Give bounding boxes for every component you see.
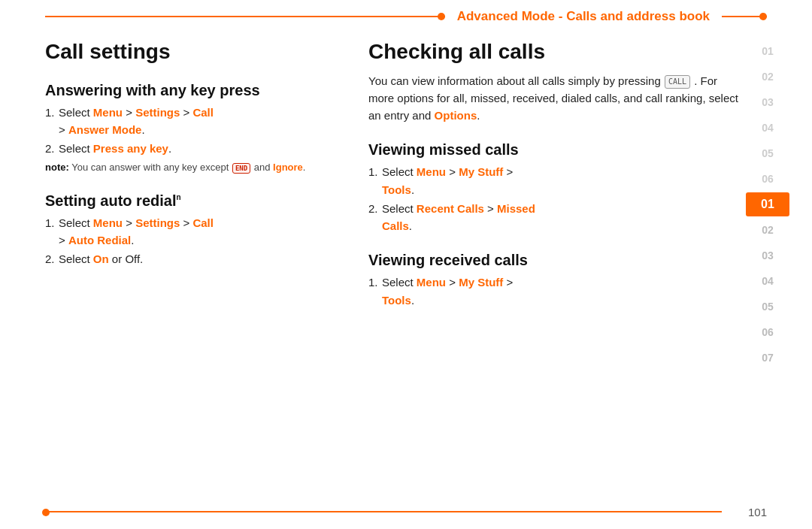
page-number: 101	[748, 506, 767, 518]
settings-link2[interactable]: Settings	[135, 216, 180, 229]
on-link[interactable]: On	[93, 252, 109, 265]
checking-calls-title: Checking all calls	[368, 39, 738, 65]
recent-calls-link[interactable]: Recent Calls	[417, 202, 484, 215]
settings-link[interactable]: Settings	[135, 106, 180, 119]
missed-calls-section: Viewing missed calls 1. Select Menu > My…	[368, 141, 738, 234]
sidebar-item-ch04[interactable]: 04	[746, 116, 789, 140]
ignore-link[interactable]: Ignore	[273, 162, 303, 173]
checking-body-1: You can view information about all calls…	[368, 74, 664, 87]
step-num: 1.	[368, 274, 378, 291]
header-title: Advanced Mode - Calls and address book	[445, 9, 722, 24]
list-item: 2. Select On or Off.	[45, 250, 346, 268]
sidebar-item-sub07[interactable]: 07	[746, 346, 789, 370]
call-settings-section: Call settings	[45, 39, 346, 65]
auto-redial-section: Setting auto redialn 1. Select Menu > Se…	[45, 192, 346, 268]
header: Advanced Mode - Calls and address book	[0, 0, 812, 24]
menu-link3[interactable]: Menu	[417, 165, 446, 178]
right-column: Checking all calls You can view informat…	[368, 39, 746, 470]
sidebar: 01 02 03 04 05 06 01 02 03 04 05 06 07	[746, 39, 797, 470]
header-line-right	[722, 16, 767, 17]
step-num: 1.	[368, 163, 378, 180]
step-num: 2.	[45, 140, 55, 157]
press-any-key-link[interactable]: Press any key	[93, 142, 168, 155]
options-link[interactable]: Options	[435, 109, 477, 122]
list-item: Calls.	[368, 217, 738, 234]
step-num: 1.	[45, 214, 55, 231]
footer-dot	[42, 509, 50, 516]
end-key-icon: END	[232, 163, 250, 174]
tools-link2[interactable]: Tools	[382, 294, 411, 307]
sidebar-item-ch02[interactable]: 02	[746, 65, 789, 89]
list-item: 1. Select Menu > My Stuff >	[368, 274, 738, 291]
checking-calls-section: Checking all calls You can view informat…	[368, 39, 738, 124]
checking-period: .	[477, 109, 480, 122]
sidebar-item-sub03[interactable]: 03	[746, 243, 789, 268]
auto-redial-steps: 1. Select Menu > Settings > Call > Auto …	[45, 214, 346, 268]
note: note: You can answer with any key except…	[45, 160, 346, 175]
tools-link[interactable]: Tools	[382, 183, 411, 196]
sidebar-item-ch05[interactable]: 05	[746, 141, 789, 165]
answering-section: Answering with any key press 1. Select M…	[45, 81, 346, 175]
menu-link2[interactable]: Menu	[93, 216, 123, 229]
sidebar-item-sub04[interactable]: 04	[746, 269, 789, 293]
auto-redial-link[interactable]: Auto Redial	[68, 234, 131, 246]
sidebar-item-ch01[interactable]: 01	[746, 39, 789, 63]
note-label: note:	[45, 162, 69, 173]
note-and: and	[254, 162, 273, 173]
auto-redial-title-text: Setting auto redial	[45, 192, 176, 209]
step-num: 2.	[45, 250, 55, 268]
calls-link[interactable]: Calls	[382, 219, 409, 232]
mystuff-link2[interactable]: My Stuff	[459, 276, 503, 289]
received-calls-steps: 1. Select Menu > My Stuff > Tools.	[368, 274, 738, 309]
auto-redial-title: Setting auto redialn	[45, 192, 346, 210]
list-item: Tools.	[368, 181, 738, 198]
sidebar-item-ch03[interactable]: 03	[746, 90, 789, 114]
sidebar-item-active-01[interactable]: 01	[746, 192, 789, 216]
step-num: 2.	[368, 200, 378, 217]
received-calls-title: Viewing received calls	[368, 251, 738, 269]
note-text: You can answer with any key except	[71, 162, 232, 173]
list-item: Tools.	[368, 292, 738, 309]
menu-link[interactable]: Menu	[93, 106, 123, 119]
sidebar-item-ch06[interactable]: 06	[746, 167, 789, 191]
list-item: 1. Select Menu > Settings > Call	[45, 214, 346, 231]
received-calls-section: Viewing received calls 1. Select Menu > …	[368, 251, 738, 309]
sidebar-item-sub02[interactable]: 02	[746, 218, 789, 242]
mystuff-link[interactable]: My Stuff	[459, 165, 503, 178]
footer: 101	[748, 506, 767, 518]
list-item: 2. Select Recent Calls > Missed	[368, 200, 738, 217]
note-period: .	[303, 162, 306, 173]
sidebar-item-sub06[interactable]: 06	[746, 320, 789, 344]
answer-mode-link[interactable]: Answer Mode	[68, 123, 142, 136]
footer-line	[45, 511, 722, 512]
call-link2[interactable]: Call	[192, 216, 214, 229]
answering-steps: 1. Select Menu > Settings > Call > Answe…	[45, 104, 346, 158]
missed-calls-title: Viewing missed calls	[368, 141, 738, 159]
call-key-icon: CALL	[665, 75, 690, 89]
list-item: > Auto Redial.	[45, 231, 346, 249]
sidebar-item-sub05[interactable]: 05	[746, 295, 789, 319]
list-item: 1. Select Menu > My Stuff >	[368, 163, 738, 180]
menu-link4[interactable]: Menu	[417, 276, 446, 289]
step-num: 1.	[45, 104, 55, 121]
missed-calls-steps: 1. Select Menu > My Stuff > Tools. 2. Se…	[368, 163, 738, 234]
list-item: > Answer Mode.	[45, 121, 346, 138]
missed-link[interactable]: Missed	[497, 202, 535, 215]
checking-calls-body: You can view information about all calls…	[368, 72, 738, 125]
call-settings-title: Call settings	[45, 39, 346, 65]
superscript-n: n	[176, 193, 180, 201]
list-item: 1. Select Menu > Settings > Call	[45, 104, 346, 121]
call-link[interactable]: Call	[192, 106, 214, 119]
left-column: Call settings Answering with any key pre…	[45, 39, 368, 470]
answering-title: Answering with any key press	[45, 81, 346, 99]
header-line-left	[45, 16, 445, 17]
main-content: Call settings Answering with any key pre…	[0, 24, 812, 485]
list-item: 2. Select Press any key.	[45, 140, 346, 157]
